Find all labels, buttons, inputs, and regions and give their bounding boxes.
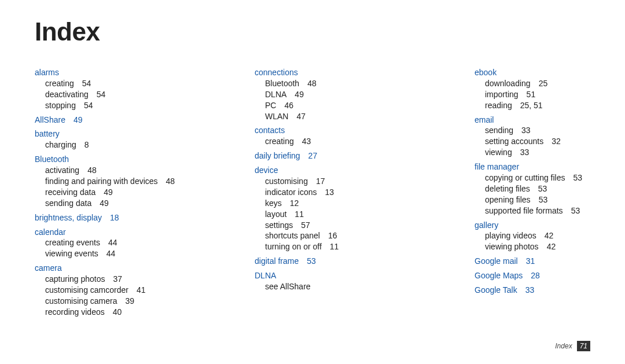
index-term[interactable]: alarms — [35, 67, 208, 78]
index-subentry-text: recording videos — [45, 307, 105, 317]
index-subentry-page: 39 — [126, 296, 135, 306]
index-subentry-text: supported file formats — [485, 206, 563, 215]
index-subentry[interactable]: stopping54 — [35, 100, 208, 111]
index-term[interactable]: battery — [35, 128, 208, 139]
index-subentry[interactable]: Bluetooth48 — [255, 78, 428, 89]
index-subentry-page: 40 — [113, 307, 122, 317]
index-subentry[interactable]: recording videos40 — [35, 307, 208, 318]
index-subentry[interactable]: sending33 — [475, 125, 625, 136]
index-term-text: AllShare — [35, 115, 65, 124]
index-subentry-text: deactivating — [45, 90, 89, 99]
index-term[interactable]: email — [475, 115, 625, 126]
index-subentry-text: charging — [45, 140, 76, 149]
index-subentry-page: 25, 51 — [520, 101, 543, 110]
index-subentry-page: 25 — [539, 79, 548, 88]
index-term[interactable]: contacts — [255, 125, 428, 136]
index-subentry[interactable]: settings57 — [255, 220, 428, 231]
index-subentry[interactable]: shortcuts panel16 — [255, 230, 428, 241]
index-subentry[interactable]: supported file formats53 — [475, 205, 625, 216]
index-subentry[interactable]: charging8 — [35, 139, 208, 150]
index-subentry-text: keys — [265, 198, 282, 208]
index-subentry-text: customising camcorder — [45, 285, 128, 295]
index-term-text: file manager — [475, 162, 519, 171]
index-term-text: daily briefing — [255, 151, 300, 160]
index-subentry-text: reading — [485, 101, 512, 110]
index-subentry[interactable]: copying or cutting files53 — [475, 172, 625, 183]
index-subentry-page: 44 — [106, 249, 116, 258]
index-subentry-page: 53 — [573, 173, 583, 182]
index-subentry-page: 54 — [82, 79, 91, 88]
index-term[interactable]: device — [255, 165, 428, 176]
index-subentry[interactable]: activating48 — [35, 165, 208, 176]
index-subentry[interactable]: capturing photos37 — [35, 274, 208, 285]
footer-label: Index — [555, 342, 572, 350]
index-subentry[interactable]: viewing33 — [475, 147, 625, 158]
index-term-text: device — [255, 166, 278, 175]
index-subentry-text: activating — [45, 166, 79, 175]
index-subentry[interactable]: sending data49 — [35, 198, 208, 209]
index-term-text: Google Maps — [475, 271, 523, 280]
index-subentry-page: 54 — [97, 90, 106, 99]
index-subentry[interactable]: layout11 — [255, 209, 428, 220]
index-term-text: camera — [35, 263, 62, 273]
index-term[interactable]: digital frame53 — [255, 256, 428, 267]
index-subentry[interactable]: importing51 — [475, 89, 625, 100]
index-term[interactable]: camera — [35, 263, 208, 274]
index-subentry[interactable]: customising17 — [255, 176, 428, 187]
index-subentry-text: sending data — [45, 198, 91, 208]
index-subentry[interactable]: creating54 — [35, 78, 208, 89]
index-term[interactable]: connections — [255, 67, 428, 78]
index-subentry[interactable]: PC46 — [255, 100, 428, 111]
index-subentry[interactable]: turning on or off11 — [255, 241, 428, 252]
index-subentry[interactable]: setting accounts32 — [475, 136, 625, 147]
index-subentry-page: 48 — [87, 166, 97, 175]
index-subentry[interactable]: finding and pairing with devices48 — [35, 176, 208, 187]
index-term-page: 28 — [531, 271, 540, 280]
index-subentry-page: 49 — [100, 198, 109, 208]
index-subentry[interactable]: indicator icons13 — [255, 187, 428, 198]
index-subentry[interactable]: opening files53 — [475, 194, 625, 205]
index-subentry-page: 49 — [295, 90, 304, 99]
index-term[interactable]: DLNA — [255, 270, 428, 281]
index-subentry[interactable]: DLNA49 — [255, 89, 428, 100]
index-subentry[interactable]: WLAN47 — [255, 111, 428, 122]
index-subentry[interactable]: deactivating54 — [35, 89, 208, 100]
index-term[interactable]: file manager — [475, 161, 625, 172]
index-subentry[interactable]: creating events44 — [35, 237, 208, 248]
index-term[interactable]: Bluetooth — [35, 154, 208, 165]
footer-page-number: 71 — [577, 341, 590, 351]
index-term[interactable]: AllShare49 — [35, 115, 208, 126]
index-term[interactable]: gallery — [475, 220, 625, 231]
index-subentry[interactable]: see AllShare — [255, 281, 428, 292]
index-term[interactable]: daily briefing27 — [255, 150, 428, 161]
index-subentry[interactable]: viewing events44 — [35, 248, 208, 259]
index-subentry[interactable]: viewing photos42 — [475, 241, 625, 252]
index-term-page: 27 — [308, 151, 318, 160]
index-subentry[interactable]: playing videos42 — [475, 230, 625, 241]
index-subentry-page: 49 — [104, 187, 113, 197]
index-term-text: alarms — [35, 68, 59, 77]
index-subentry-text: creating — [45, 79, 74, 88]
index-term-page: 33 — [525, 285, 535, 295]
index-page: Index alarmscreating54deactivating54stop… — [0, 0, 625, 364]
index-column-2: connectionsBluetooth48DLNA49PC46WLAN47co… — [255, 67, 428, 318]
index-subentry-page: 11 — [330, 242, 339, 251]
index-subentry[interactable]: downloading25 — [475, 78, 625, 89]
index-subentry-text: indicator icons — [265, 187, 317, 197]
index-subentry[interactable]: customising camera39 — [35, 296, 208, 307]
index-term[interactable]: calendar — [35, 227, 208, 238]
index-term[interactable]: brightness, display18 — [35, 212, 208, 223]
index-term[interactable]: Google Maps28 — [475, 270, 625, 281]
index-subentry[interactable]: receiving data49 — [35, 187, 208, 198]
index-term[interactable]: Google Talk33 — [475, 285, 625, 296]
index-subentry[interactable]: customising camcorder41 — [35, 285, 208, 296]
index-subentry-text: PC — [265, 101, 276, 110]
index-subentry[interactable]: keys12 — [255, 198, 428, 209]
index-term-text: Bluetooth — [35, 155, 69, 164]
index-subentry[interactable]: deleting files53 — [475, 183, 625, 194]
index-term[interactable]: Google mail31 — [475, 256, 625, 267]
index-subentry-text: downloading — [485, 79, 531, 88]
index-subentry[interactable]: creating43 — [255, 136, 428, 147]
index-term[interactable]: ebook — [475, 67, 625, 78]
index-subentry[interactable]: reading25, 51 — [475, 100, 625, 111]
